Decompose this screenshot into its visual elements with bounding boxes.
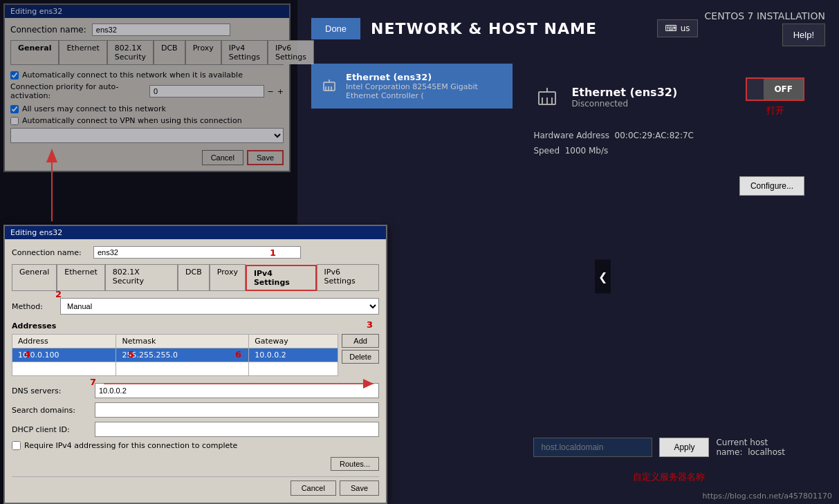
method-row: Method: Manual Automatic (DHCP) Link-Loc… [12,298,379,315]
bg-tab-proxy: Proxy [185,40,221,64]
fg-tab-dcb[interactable]: DCB [178,264,210,290]
bg-priority-row: Connection priority for auto-activation:… [10,82,284,100]
method-label: Method: [12,302,53,311]
cancel-button[interactable]: Cancel [291,480,336,496]
annotation-4: 4 [24,349,30,360]
bg-autoconnect-row: Automatically connect to this network wh… [10,71,284,80]
ethernet-item-desc: Intel Corporation 82545EM Gigabit Ethern… [346,82,504,100]
toggle-off-label: OFF [764,79,803,100]
csdn-url: https://blog.csdn.net/a457801170 [703,492,832,501]
fg-tab-proxy[interactable]: Proxy [210,264,246,290]
dhcp-client-row: DHCP client ID: [12,422,379,437]
bg-allusers-row: All users may connect to this network [10,104,284,113]
search-domains-input[interactable] [95,402,379,418]
dns-servers-label: DNS servers: [12,386,88,395]
bg-tab-ethernet: Ethernet [59,40,107,64]
annotation-7: 7 [90,377,96,387]
table-row[interactable]: 10.0.0.100 255.255.255.0 10.0.0.2 [12,348,338,362]
bg-cancel-btn: Cancel [202,150,243,165]
network-item-text: Ethernet (ens32) Intel Corporation 82545… [346,72,504,100]
configure-button[interactable]: Configure... [739,176,804,196]
fg-tabs: General Ethernet 802.1X Security DCB Pro… [12,264,379,291]
minus-btn: − [268,87,274,96]
fg-tab-ethernet[interactable]: Ethernet [57,264,104,290]
search-domains-label: Search domains: [12,406,88,415]
help-button[interactable]: Help! [782,24,825,46]
fg-btn-row: Cancel Save [12,476,379,496]
ethernet-list-item[interactable]: Ethernet (ens32) Intel Corporation 82545… [311,64,513,109]
network-title: NETWORK & HOST NAME [371,20,597,37]
fg-tab-ipv6[interactable]: IPv6 Settings [317,264,379,290]
keyboard-lang: us [681,24,690,33]
bg-dialog-title: Editing ens32 [10,7,62,16]
cell-gateway: 10.0.0.2 [249,348,338,362]
bg-tab-ipv6: IPv6 Settings [268,40,314,64]
bg-tabs: General Ethernet 802.1X Security DCB Pro… [10,40,284,65]
require-ipv4-check[interactable] [12,441,21,450]
bg-vpn-check [10,117,19,125]
fg-dialog-title: Editing ens32 [10,228,62,237]
annotation-3: 3 [367,319,373,330]
plus-btn: + [277,87,284,96]
foreground-dialog: Editing ens32 Connection name: General E… [3,225,387,504]
delete-address-button[interactable]: Delete [342,350,379,364]
addresses-title: Addresses [12,321,379,330]
bg-tab-8021x: 802.1X Security [107,40,154,64]
save-button[interactable]: Save [340,480,379,496]
centos-label: CENTOS 7 INSTALLATION [705,10,825,21]
header-controls: ⌨ us CENTOS 7 INSTALLATION Help! [657,10,825,46]
keyboard-icon: ⌨ [665,24,676,33]
bg-tab-general: General [10,40,59,64]
apply-button[interactable]: Apply [659,438,709,457]
addresses-section: Addresses Address Netmask Gateway [12,321,379,376]
fg-tab-8021x[interactable]: 802.1X Security [105,264,178,290]
network-detail: Ethernet (ens32) Disconnected OFF 打开 Har… [513,64,825,497]
ethernet-item-name: Ethernet (ens32) [346,72,504,82]
ethernet-icon [320,76,339,97]
eth-name-section: Ethernet (ens32) Disconnected [533,84,677,111]
bg-connection-name-row: Connection name: [10,24,284,36]
cell-netmask: 255.255.255.0 [116,348,249,362]
hw-address: Hardware Address 00:0C:29:AC:82:7C [533,131,804,140]
hostname-input[interactable] [533,438,652,457]
svg-marker-13 [363,379,374,389]
annotation-2: 2 [55,289,62,299]
svg-marker-11 [46,149,57,162]
eth-detail-status: Disconnected [571,99,677,109]
bg-autoconnect-label: Automatically connect to this network wh… [22,71,243,80]
open-label: 打开 [766,104,784,117]
add-address-button[interactable]: Add [342,334,379,348]
bg-conn-label: Connection name: [10,25,86,35]
bg-priority-label: Connection priority for auto-activation: [10,82,146,100]
bg-conn-input [92,24,230,36]
address-table-container: Address Netmask Gateway 10.0.0.100 255.2… [12,334,379,376]
custom-server-label: 自定义服务器名称 [633,472,705,482]
fg-conn-name-label: Connection name: [12,248,88,257]
eth-detail-name: Ethernet (ens32) [571,86,677,99]
bg-dialog-titlebar: Editing ens32 [5,5,289,18]
bg-tab-dcb: DCB [154,40,185,64]
bg-tab-ipv4: IPv4 Settings [221,40,268,64]
dhcp-client-input[interactable] [95,422,379,437]
fg-tab-general[interactable]: General [12,264,57,290]
toggle-button[interactable]: OFF [746,77,804,101]
routes-button[interactable]: Routes... [331,457,379,471]
bg-vpn-row: Automatically connect to VPN when using … [10,116,284,125]
method-select[interactable]: Manual Automatic (DHCP) Link-Local Only … [60,298,379,315]
nav-prev-arrow[interactable]: ❮ [595,260,611,294]
address-table-wrapper: Address Netmask Gateway 10.0.0.100 255.2… [12,334,338,376]
red-arrow-dns [104,373,380,394]
fg-dialog-body: Connection name: General Ethernet 802.1X… [5,239,386,503]
speed-info: Speed 1000 Mb/s [533,146,804,156]
toggle-slider [747,84,764,95]
col-address: Address [12,335,116,348]
bg-save-btn: Save [247,150,284,165]
red-arrow-up [31,145,73,228]
done-button[interactable]: Done [311,18,360,39]
address-table: Address Netmask Gateway 10.0.0.100 255.2… [12,334,338,376]
bg-vpn-label: Automatically connect to VPN when using … [22,116,242,125]
bg-autoconnect-check [10,71,19,80]
fg-tab-ipv4[interactable]: IPv4 Settings [246,265,317,291]
keyboard-indicator: ⌨ us [657,19,697,37]
eth-info-row: Ethernet (ens32) Disconnected OFF 打开 [533,77,804,117]
